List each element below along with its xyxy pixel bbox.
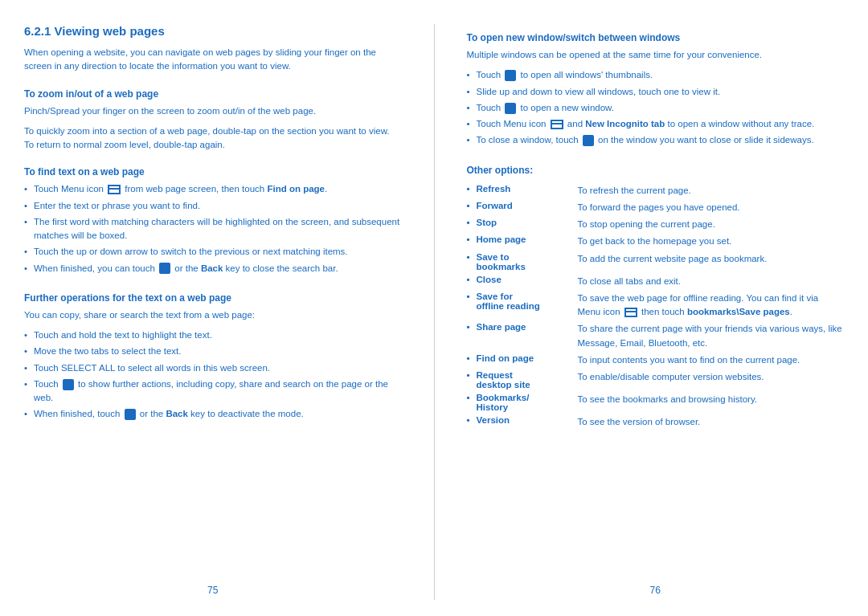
option-val-close: To close all tabs and exit. xyxy=(578,275,845,288)
page-right: To open new window/switch between window… xyxy=(459,24,853,600)
page-left: 6.2.1 Viewing web pages When opening a w… xyxy=(16,24,410,600)
other-options-title: Other options: xyxy=(467,165,845,176)
open-window-bullets: Touch to open all windows' thumbnails. S… xyxy=(467,68,845,149)
option-val-save-bookmarks: To add the current website page as bookm… xyxy=(578,252,845,271)
back-bold-2: Back xyxy=(166,409,188,418)
open-window-title: To open new window/switch between window… xyxy=(467,32,845,43)
option-val-share: To share the current page with your frie… xyxy=(578,322,845,350)
back-bold: Back xyxy=(201,263,223,273)
zoom-text1: Pinch/Spread your finger on the screen t… xyxy=(24,104,402,118)
find-bullet-3: The first word with matching characters … xyxy=(24,215,402,243)
further-bullet-5: When finished, touch or the Back key to … xyxy=(24,407,402,421)
further-bullet-2: Move the two tabs to select the text. xyxy=(24,345,402,358)
find-bullet-1: Touch Menu icon from web page screen, th… xyxy=(24,182,402,196)
page-divider xyxy=(434,24,435,600)
option-val-offline: To save the web page for offline reading… xyxy=(578,292,845,320)
further-bullet-1: Touch and hold the text to highlight the… xyxy=(24,328,402,342)
option-key-forward: Forward xyxy=(467,201,571,210)
further-bullet-4: Touch to show further actions, including… xyxy=(24,377,402,406)
option-val-homepage: To get back to the homepage you set. xyxy=(578,235,845,248)
option-val-refresh: To refresh the current page. xyxy=(578,184,845,198)
intro-text: When opening a website, you can navigate… xyxy=(24,46,402,74)
option-val-forward: To forward the pages you have opened. xyxy=(578,201,845,214)
option-key-version: Version xyxy=(467,415,571,425)
page-container: 6.2.1 Viewing web pages When opening a w… xyxy=(0,0,868,616)
thumbnails-icon xyxy=(505,70,516,81)
further-intro: You can copy, share or search the text f… xyxy=(24,308,402,322)
find-on-page-bold: Find on page xyxy=(267,184,325,194)
find-title: To find text on a web page xyxy=(24,166,402,177)
options-table: Refresh To refresh the current page. For… xyxy=(467,184,845,430)
option-val-version: To see the version of browser. xyxy=(578,415,845,429)
option-key-desktop: Requestdesktop site xyxy=(467,370,571,390)
option-key-share: Share page xyxy=(467,322,571,332)
further-bullet-3: Touch SELECT ALL to select all words in … xyxy=(24,361,402,375)
option-key-find: Find on page xyxy=(467,353,571,363)
option-key-close: Close xyxy=(467,275,571,284)
option-key-homepage: Home page xyxy=(467,235,571,244)
close-win-icon xyxy=(583,135,594,146)
option-val-bookmarks: To see the bookmarks and browsing histor… xyxy=(578,393,845,412)
further-title: Further operations for the text on a web… xyxy=(24,292,402,304)
further-bullets: Touch and hold the text to highlight the… xyxy=(24,328,402,424)
option-key-save-bookmarks: Save tobookmarks xyxy=(467,252,571,271)
menu-icon-3 xyxy=(624,308,637,317)
open-win-bullet-2: Slide up and down to view all windows, t… xyxy=(467,85,845,99)
menu-icon xyxy=(108,185,121,194)
option-key-bookmarks: Bookmarks/History xyxy=(467,393,571,412)
menu-icon-2 xyxy=(551,120,563,129)
open-win-bullet-5: To close a window, touch on the window y… xyxy=(467,133,845,147)
find-bullets: Touch Menu icon from web page screen, th… xyxy=(24,182,402,278)
find-bullet-2: Enter the text or phrase you want to fin… xyxy=(24,199,402,213)
find-bullet-5: When finished, you can touch or the Back… xyxy=(24,262,402,275)
open-win-bullet-4: Touch Menu icon and New Incognito tab to… xyxy=(467,117,845,131)
incognito-bold: New Incognito tab xyxy=(585,119,665,129)
right-page-number: 76 xyxy=(650,585,661,596)
section-title: 6.2.1 Viewing web pages xyxy=(24,24,402,38)
bookmarks-save-bold: bookmarks\Save pages xyxy=(687,307,790,316)
open-win-bullet-1: Touch to open all windows' thumbnails. xyxy=(467,68,845,82)
close-icon-inline xyxy=(159,263,170,274)
open-window-intro: Multiple windows can be opened at the sa… xyxy=(467,48,845,62)
find-bullet-4: Touch the up or down arrow to switch to … xyxy=(24,245,402,259)
left-page-number: 75 xyxy=(207,585,218,596)
new-win-icon xyxy=(505,103,516,114)
deactivate-icon-inline xyxy=(125,409,136,420)
option-key-stop: Stop xyxy=(467,218,571,227)
open-win-bullet-3: Touch to open a new window. xyxy=(467,101,845,115)
option-key-refresh: Refresh xyxy=(467,184,571,194)
option-val-desktop: To enable/disable computer version websi… xyxy=(578,370,845,390)
option-val-find: To input contents you want to find on th… xyxy=(578,353,845,367)
action-icon-inline xyxy=(63,379,74,390)
option-key-offline: Save foroffline reading xyxy=(467,292,571,311)
option-val-stop: To stop opening the current page. xyxy=(578,218,845,231)
zoom-text2: To quickly zoom into a section of a web … xyxy=(24,124,402,153)
zoom-title: To zoom in/out of a web page xyxy=(24,88,402,100)
